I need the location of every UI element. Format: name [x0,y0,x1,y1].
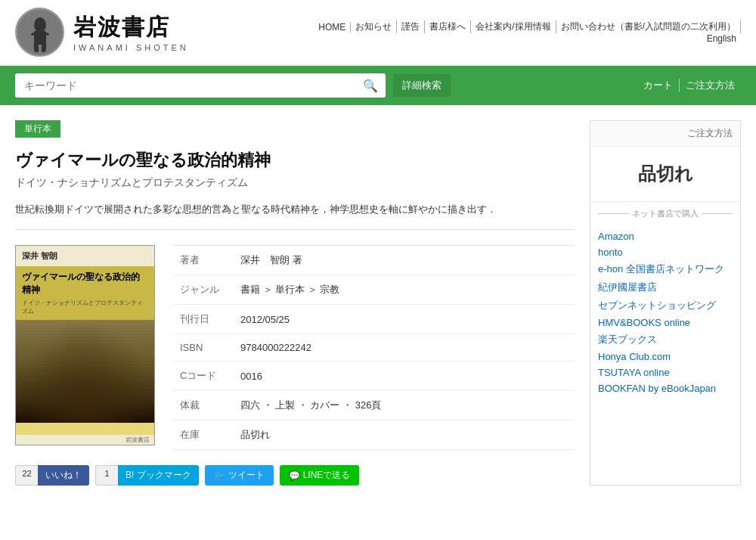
store-ehon[interactable]: e-hon 全国書店ネットワーク [598,260,733,278]
store-honto[interactable]: honto [598,244,733,260]
cover-author-text: 深井 智朗 [22,250,148,262]
top-nav: HOME お知らせ 謹告 書店様へ 会社案内/採用情報 お問い合わせ（書影/入試… [287,20,741,44]
author-value: 深井 智朗 著 [234,246,575,275]
order-method-button[interactable]: ご注文方法 [680,79,741,92]
main-content: 単行本 ヴァイマールの聖なる政治的精神 ドイツ・ナショナリズムとプロテスタンティ… [0,105,756,501]
bookmark-count: 1 [95,465,118,486]
cover-photo-area [16,320,154,423]
logo-circle [15,8,64,57]
logo-sub: IWANAMI SHOTEN [73,43,189,52]
net-store-divider: ネット書店で購入 [590,202,740,225]
table-row: 刊行日 2012/05/25 [174,305,575,334]
svg-rect-5 [33,42,39,51]
nav-home[interactable]: HOME [314,22,351,33]
search-bar: 🔍 詳細検索 カート ご注文方法 [0,66,756,105]
bookmark-button-group: 1 B! ブックマーク [95,465,199,486]
nav-news[interactable]: お知らせ [351,20,397,33]
sidebar-status: 品切れ [598,162,733,186]
bookmark-button[interactable]: B! ブックマーク [118,465,199,486]
svg-point-1 [34,17,46,33]
cart-button[interactable]: カート [637,79,680,92]
table-row: 体裁 四六 ・ 上製 ・ カバー ・ 326頁 [174,391,575,421]
nav-stores[interactable]: 書店様へ [425,20,471,33]
format-label: 体裁 [174,391,234,421]
table-row: ジャンル 書籍 ＞ 単行本 ＞ 宗教 [174,275,575,305]
table-row: 在庫 品切れ [174,421,575,450]
store-kinokuniya[interactable]: 紀伊國屋書店 [598,278,733,296]
search-icon[interactable]: 🔍 [363,79,378,93]
store-honya[interactable]: Honya Club.com [598,349,733,365]
date-label: 刊行日 [174,305,234,334]
logo-text: 岩波書店 IWANAMI SHOTEN [73,12,189,52]
genre-value: 書籍 ＞ 単行本 ＞ 宗教 [234,275,575,305]
tweet-icon: 🐦 [214,470,225,481]
cover-bottom-strip: 岩波書店 [16,435,154,445]
cover-subtitle-text: ドイツ・ナショナリズムとプロテスタンティズム [22,299,148,315]
stock-value: 品切れ [234,421,575,450]
sidebar-order-header: ご注文方法 [590,121,740,147]
tweet-button[interactable]: 🐦 ツイート [205,465,274,486]
nav-contact[interactable]: お問い合わせ（書影/入試問題の二次利用） [556,20,741,33]
sidebar-status-area: 品切れ [590,147,740,202]
type-badge: 単行本 [15,120,60,138]
like-button-group: 22 いいね！ [15,465,89,486]
store-7net[interactable]: セブンネットショッピング [598,296,733,315]
table-row: Cコード 0016 [174,362,575,391]
logo-icon [17,10,63,55]
store-rakuten[interactable]: 楽天ブックス [598,331,733,349]
ccode-value: 0016 [234,362,575,391]
nav-company[interactable]: 会社案内/採用情報 [471,20,556,33]
cover-mid-bg: ヴァイマールの聖なる政治的精神 ドイツ・ナショナリズムとプロテスタンティズム [16,266,154,320]
genre-label: ジャンル [174,275,234,305]
cover-figure-overlay [16,320,154,423]
table-row: 著者 深井 智朗 著 [174,246,575,275]
nav-english[interactable]: English [702,33,741,44]
sidebar: ご注文方法 品切れ ネット書店で購入 Amazon honto e-hon 全国… [590,120,741,486]
store-links: Amazon honto e-hon 全国書店ネットワーク 紀伊國屋書店 セブン… [590,225,740,405]
book-description: 世紀転換期ドイツで展開された多彩な思想的営為と聖なる時代精神を，神学思想史を軸に… [15,201,575,230]
cover-top: 深井 智朗 [16,246,154,266]
like-button[interactable]: いいね！ [38,465,89,486]
logo-area: 岩波書店 IWANAMI SHOTEN [15,8,189,57]
cover-publisher-strip [16,423,154,435]
svg-rect-6 [41,42,46,51]
social-buttons: 22 いいね！ 1 B! ブックマーク 🐦 ツイート 💬 LINEで送る [15,465,575,486]
book-title: ヴァイマールの聖なる政治的精神 [15,149,575,172]
book-cover: 深井 智朗 ヴァイマールの聖なる政治的精神 ドイツ・ナショナリズムとプロテスタン… [15,245,155,445]
store-hmv[interactable]: HMV&BOOKS online [598,315,733,331]
like-count: 22 [15,465,38,486]
logo-title: 岩波書店 [73,12,189,43]
line-label: LINEで送る [303,469,351,482]
table-row: ISBN 9784000222242 [174,334,575,362]
author-label: 著者 [174,246,234,275]
store-amazon[interactable]: Amazon [598,228,733,244]
cart-area: カート ご注文方法 [637,79,741,92]
net-store-label: ネット書店で購入 [632,208,699,219]
format-value: 四六 ・ 上製 ・ カバー ・ 326頁 [234,391,575,421]
search-detail-button[interactable]: 詳細検索 [393,74,451,97]
search-input[interactable] [15,73,386,98]
ccode-label: Cコード [174,362,234,391]
book-detail-row: 深井 智朗 ヴァイマールの聖なる政治的精神 ドイツ・ナショナリズムとプロテスタン… [15,245,575,450]
book-content: 単行本 ヴァイマールの聖なる政治的精神 ドイツ・ナショナリズムとプロテスタンティ… [15,120,575,486]
line-button[interactable]: 💬 LINEで送る [280,465,360,486]
tweet-label: ツイート [228,469,265,482]
nav-notice[interactable]: 謹告 [397,20,425,33]
header: 岩波書店 IWANAMI SHOTEN HOME お知らせ 謹告 書店様へ 会社… [0,0,756,66]
date-value: 2012/05/25 [234,305,575,334]
store-bookfan[interactable]: BOOKFAN by eBookJapan [598,380,733,396]
cover-title-text: ヴァイマールの聖なる政治的精神 [22,271,148,296]
isbn-label: ISBN [174,334,234,362]
line-icon: 💬 [289,470,300,481]
book-info-table: 著者 深井 智朗 著 ジャンル 書籍 ＞ 単行本 ＞ 宗教 刊行日 2012/0… [174,245,575,450]
search-input-wrap: 🔍 [15,73,386,98]
stock-label: 在庫 [174,421,234,450]
book-subtitle: ドイツ・ナショナリズムとプロテスタンティズム [15,176,575,190]
store-tsutaya[interactable]: TSUTAYA online [598,365,733,380]
isbn-value: 9784000222242 [234,334,575,362]
